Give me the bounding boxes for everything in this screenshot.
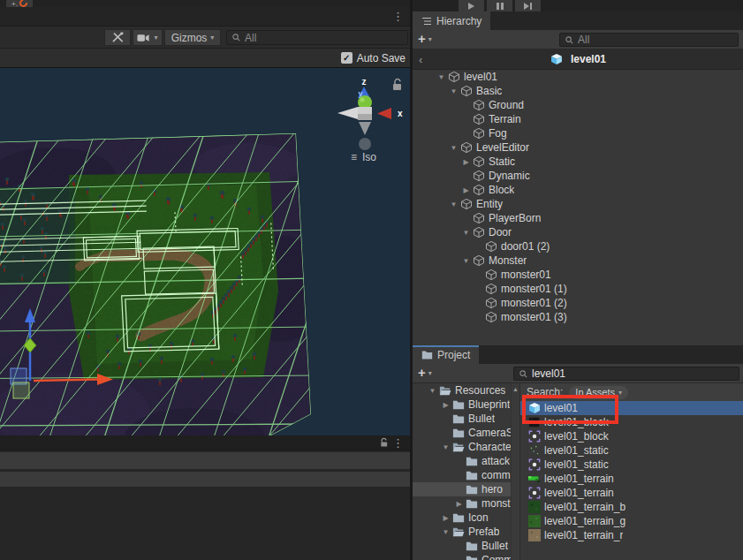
project-tab-icon bbox=[421, 350, 433, 359]
create-menu-button[interactable]: + ▾ bbox=[418, 367, 432, 379]
tree-row[interactable]: hero bbox=[413, 482, 511, 496]
tree-row[interactable]: Terrain bbox=[413, 112, 743, 126]
disclosure-arrow[interactable]: ▼ bbox=[448, 144, 459, 152]
disclosure-arrow[interactable]: ▶ bbox=[440, 514, 451, 522]
tree-row[interactable]: monster01 bbox=[413, 268, 743, 282]
disclosure-arrow[interactable]: ▼ bbox=[448, 201, 459, 208]
result-row[interactable]: level01_block bbox=[520, 415, 743, 429]
result-row[interactable]: level01_terrain bbox=[520, 486, 743, 500]
tree-row[interactable]: ▼ Characte bbox=[413, 440, 511, 454]
result-label: level01_terrain_r bbox=[544, 529, 623, 541]
tree-row[interactable]: Comm bbox=[413, 553, 511, 560]
disclosure-arrow[interactable]: ▼ bbox=[440, 443, 451, 451]
cube-gray-icon bbox=[472, 113, 486, 125]
disclosure-arrow[interactable]: ▼ bbox=[448, 87, 459, 95]
folder-open-icon bbox=[438, 384, 452, 397]
bottom-panel-row[interactable] bbox=[0, 472, 410, 488]
tree-row[interactable]: ▶ Icon bbox=[413, 511, 511, 525]
result-row[interactable]: level01_terrain_g bbox=[520, 514, 743, 528]
tools-button[interactable] bbox=[104, 29, 131, 46]
autosave-checkbox[interactable]: ✓ bbox=[341, 52, 353, 64]
gizmos-label: Gizmos bbox=[171, 32, 208, 44]
chevron-down-icon: ▾ bbox=[154, 34, 157, 42]
result-label: level01_terrain bbox=[544, 487, 614, 499]
iso-icon: ≡ bbox=[351, 151, 357, 163]
tree-row[interactable]: monster01 (2) bbox=[413, 296, 743, 310]
iso-mode-toggle[interactable]: ≡ Iso bbox=[351, 151, 376, 163]
tree-row[interactable]: comm bbox=[413, 468, 511, 482]
disclosure-arrow[interactable]: ▼ bbox=[440, 528, 451, 536]
result-row[interactable]: level01_terrain bbox=[520, 472, 743, 486]
step-button[interactable] bbox=[515, 0, 541, 11]
tree-row[interactable]: ▼ LevelEditor bbox=[413, 140, 743, 155]
gizmos-dropdown[interactable]: Gizmos ▾ bbox=[164, 29, 221, 46]
scene-viewport[interactable]: z y x ≡ Iso bbox=[0, 68, 410, 435]
tree-row[interactable]: ▶ Blueprint bbox=[413, 397, 511, 412]
disclosure-arrow[interactable]: ▶ bbox=[460, 158, 472, 166]
disclosure-arrow[interactable]: ▼ bbox=[460, 257, 472, 265]
result-row[interactable]: level01_static bbox=[520, 458, 743, 472]
scene-search-input[interactable]: All bbox=[226, 30, 408, 45]
result-row[interactable]: level01_terrain_b bbox=[520, 500, 743, 514]
unlock-icon[interactable] bbox=[379, 437, 389, 450]
project-search-input[interactable]: level01 bbox=[513, 367, 739, 381]
disclosure-arrow[interactable]: ▼ bbox=[460, 229, 472, 237]
tree-row[interactable]: ▼ Monster bbox=[413, 254, 743, 268]
result-label: level01_static bbox=[544, 444, 609, 457]
tree-row[interactable]: ▶ Block bbox=[413, 183, 743, 197]
disclosure-arrow[interactable]: ▶ bbox=[440, 401, 451, 409]
search-results: Search: In Assets ▾ level01 level01_bloc… bbox=[520, 383, 743, 560]
tree-row[interactable]: Fog bbox=[413, 126, 743, 140]
z-axis-label: z bbox=[362, 77, 367, 87]
pause-button[interactable] bbox=[487, 0, 512, 11]
result-row[interactable]: level01_block bbox=[520, 429, 743, 443]
tree-row[interactable]: ▼ level01 bbox=[413, 70, 743, 84]
tree-row[interactable]: ▼ Resources bbox=[413, 383, 511, 397]
camera-button[interactable]: ▾ bbox=[133, 29, 163, 46]
bottom-panel-row[interactable] bbox=[0, 452, 410, 470]
back-arrow-icon[interactable]: ‹ bbox=[419, 53, 422, 66]
prefab-title: level01 bbox=[571, 53, 606, 65]
folder-icon bbox=[465, 497, 479, 510]
project-body: ▼ Resources ▶ Blueprint Bullet CameraS ▼… bbox=[413, 383, 743, 560]
scrollbar[interactable]: ▲ bbox=[511, 383, 519, 560]
play-button[interactable] bbox=[459, 0, 484, 11]
disclosure-arrow[interactable]: ▼ bbox=[436, 73, 447, 81]
tree-row[interactable]: Bullet bbox=[413, 412, 511, 426]
tree-row[interactable]: attack bbox=[413, 454, 511, 468]
tree-row[interactable]: Ground bbox=[413, 98, 743, 112]
result-row[interactable]: level01 bbox=[520, 401, 743, 415]
hierarchy-search-input[interactable]: All bbox=[559, 33, 739, 47]
tree-row[interactable]: ▶ Static bbox=[413, 155, 743, 169]
tree-row[interactable]: Dynamic bbox=[413, 169, 743, 183]
result-row[interactable]: level01_static bbox=[520, 443, 743, 458]
tree-row[interactable]: ▼ Entity bbox=[413, 197, 743, 211]
tree-row[interactable]: CameraS bbox=[413, 426, 511, 440]
row-label: Icon bbox=[468, 511, 489, 524]
kebab-menu-icon[interactable]: ⋮ bbox=[392, 10, 404, 23]
tree-row[interactable]: ▼ Prefab bbox=[413, 525, 511, 539]
tree-row[interactable]: monster01 (1) bbox=[413, 282, 743, 296]
tree-row[interactable]: PlayerBorn bbox=[413, 211, 743, 225]
scroll-up-icon[interactable]: ▲ bbox=[512, 386, 519, 392]
tree-row[interactable]: ▶ monst bbox=[413, 496, 511, 511]
tree-row[interactable]: monster01 (3) bbox=[413, 310, 743, 324]
row-label: Comm bbox=[481, 554, 511, 560]
hierarchy-tabbar: Hierarchy bbox=[413, 11, 743, 30]
kebab-menu-icon[interactable]: ⋮ bbox=[392, 436, 404, 450]
tab-hierarchy[interactable]: Hierarchy bbox=[413, 11, 490, 30]
search-scope-dropdown[interactable]: In Assets ▾ bbox=[569, 386, 628, 399]
create-menu-button[interactable]: + ▾ bbox=[418, 33, 432, 45]
cube-gray-icon bbox=[484, 311, 498, 323]
result-row[interactable]: level01_terrain_r bbox=[520, 528, 743, 542]
tree-row[interactable]: door01 (2) bbox=[413, 239, 743, 254]
disclosure-arrow[interactable]: ▶ bbox=[453, 500, 465, 508]
cube-gray-icon bbox=[472, 226, 486, 238]
tree-row[interactable]: ▼ Basic bbox=[413, 84, 743, 98]
disclosure-arrow[interactable]: ▼ bbox=[427, 387, 438, 395]
search-scope-label: Search: bbox=[527, 386, 563, 398]
disclosure-arrow[interactable]: ▶ bbox=[460, 186, 472, 194]
tree-row[interactable]: Bullet bbox=[413, 539, 511, 553]
tab-project[interactable]: Project bbox=[413, 345, 479, 364]
tree-row[interactable]: ▼ Door bbox=[413, 225, 743, 239]
